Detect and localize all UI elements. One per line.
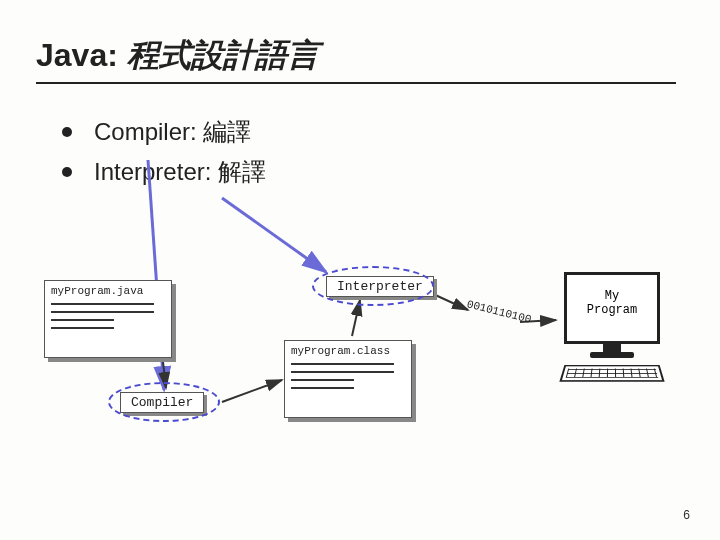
interpreter-label: Interpreter	[337, 279, 423, 294]
compiler-label: Compiler	[131, 395, 193, 410]
source-file-name: myProgram.java	[51, 285, 165, 297]
program-output-line2: Program	[567, 303, 657, 317]
title-en: Java:	[36, 37, 118, 73]
arrows-layer	[0, 0, 720, 540]
bullet-list: Compiler: 編譯 Interpreter: 解譯	[62, 116, 266, 196]
class-file-box: myProgram.class	[284, 340, 412, 418]
title-cn: 程式設計語言	[127, 37, 319, 73]
svg-line-1	[222, 198, 326, 272]
svg-line-3	[222, 380, 282, 402]
page-number: 6	[683, 508, 690, 522]
monitor-screen: My Program	[564, 272, 660, 344]
class-file-name: myProgram.class	[291, 345, 405, 357]
keyboard-icon	[559, 365, 664, 382]
svg-line-4	[352, 300, 360, 336]
bullet-dot-icon	[62, 167, 72, 177]
title-underline	[36, 82, 676, 84]
binary-stream: 0010110100	[466, 298, 533, 326]
bullet-item: Compiler: 編譯	[62, 116, 266, 148]
compiler-label-box: Compiler	[120, 392, 204, 413]
bullet-label: Interpreter: 解譯	[94, 156, 266, 188]
bullet-label: Compiler: 編譯	[94, 116, 251, 148]
bullet-dot-icon	[62, 127, 72, 137]
interpreter-label-box: Interpreter	[326, 276, 434, 297]
slide-title: Java: 程式設計語言	[36, 34, 319, 78]
program-output-line1: My	[567, 289, 657, 303]
source-file-box: myProgram.java	[44, 280, 172, 358]
computer-icon: My Program	[558, 272, 666, 384]
bullet-item: Interpreter: 解譯	[62, 156, 266, 188]
